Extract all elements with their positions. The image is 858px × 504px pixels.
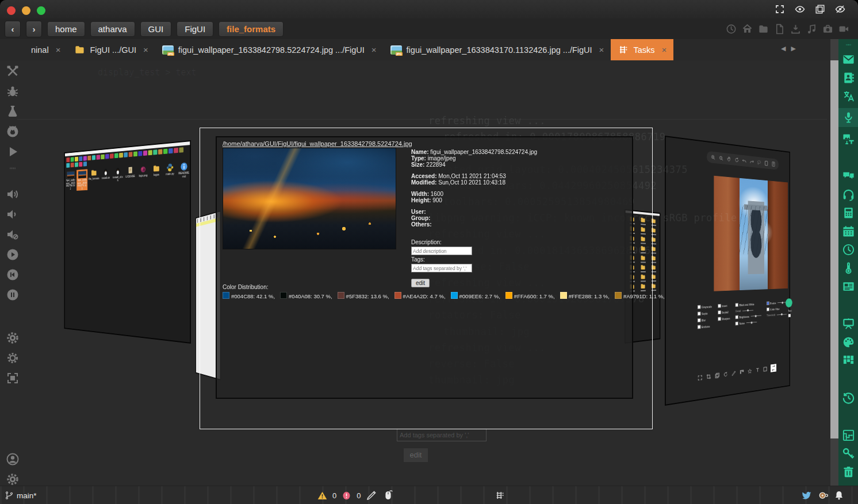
twitter-icon[interactable] <box>802 490 812 501</box>
vol-mute-icon[interactable] <box>6 228 20 241</box>
warning-icon[interactable] <box>317 491 327 501</box>
toolbar-swatch-icon[interactable] <box>66 157 70 162</box>
file-item[interactable]: install_ol.sh <box>112 167 123 182</box>
nav-forward-button[interactable]: › <box>26 21 42 37</box>
circle-prev-icon[interactable] <box>6 268 20 282</box>
blocks-icon[interactable] <box>842 354 855 367</box>
tags-input[interactable] <box>411 264 472 272</box>
easel-icon[interactable] <box>842 317 855 330</box>
close-icon[interactable]: × <box>56 45 61 55</box>
gear-icon[interactable] <box>6 472 20 486</box>
vol-high-icon[interactable] <box>6 187 20 201</box>
mail-icon[interactable] <box>842 53 855 66</box>
fullscreen-icon[interactable] <box>775 4 785 14</box>
toolbar-swatch-icon[interactable] <box>83 156 87 161</box>
breadcrumb-GUI[interactable]: GUI <box>140 21 172 37</box>
github-icon[interactable] <box>6 125 20 138</box>
toolbar-swatch-icon[interactable] <box>148 150 152 155</box>
toolbar-swatch-icon[interactable] <box>110 153 114 159</box>
video-icon[interactable] <box>838 24 849 34</box>
home-icon[interactable] <box>742 24 753 34</box>
play-icon[interactable] <box>6 145 20 159</box>
palette-icon[interactable] <box>842 336 855 349</box>
image-text-icon[interactable] <box>842 132 855 145</box>
window-preview-file-browser[interactable]: figui_wallpaper_1633842798.522figui_wall… <box>64 140 191 344</box>
gear2-icon[interactable] <box>6 351 20 365</box>
toolbar-swatch-icon[interactable] <box>87 156 91 161</box>
toolbar-swatch-icon[interactable] <box>101 155 104 160</box>
windows-icon[interactable] <box>815 4 825 14</box>
vol-low-icon[interactable] <box>6 207 20 221</box>
tab-figui_wallpaper_1633843170.1132426.jpg[interactable]: JPGfigui_wallpaper_1633843170.1132426.jp… <box>384 39 611 60</box>
file-item[interactable]: figui_wallpaper_1633843170.113 <box>76 169 87 190</box>
file-icon[interactable] <box>774 24 785 34</box>
toolbar-swatch-icon[interactable] <box>66 163 70 168</box>
bug-icon[interactable] <box>6 84 20 98</box>
eye-icon[interactable] <box>795 4 805 14</box>
circle-play-icon[interactable] <box>6 248 20 261</box>
translate-icon[interactable] <box>842 90 855 103</box>
chat-icon[interactable] <box>842 170 855 183</box>
tools-icon[interactable] <box>6 64 20 78</box>
toolbar-swatch-icon[interactable] <box>79 162 82 167</box>
toolbar-swatch-icon[interactable] <box>129 152 133 157</box>
close-icon[interactable]: × <box>143 45 148 55</box>
tasks-icon[interactable] <box>495 490 505 501</box>
tab-figui_wallpaper_1633842798.5224724.jpg[interactable]: JPGfigui_wallpaper_1633842798.5224724.jp… <box>155 39 384 60</box>
calculator-icon[interactable] <box>842 206 855 220</box>
circuit-icon[interactable] <box>842 429 855 442</box>
tab-Tasks[interactable]: Tasks× <box>611 39 673 60</box>
toolbar-swatch-icon[interactable] <box>105 154 109 159</box>
file-item[interactable]: install.sh <box>101 167 112 180</box>
breadcrumb-home[interactable]: home <box>47 21 85 37</box>
toolbar-swatch-icon[interactable] <box>75 162 78 167</box>
toolbar-swatch-icon[interactable] <box>179 147 183 153</box>
headset-icon[interactable] <box>842 188 855 201</box>
coffee-icon[interactable] <box>818 490 828 501</box>
toolbar-swatch-icon[interactable] <box>158 149 162 154</box>
tab-FigUI[interactable]: FigUI .../GUI× <box>67 39 155 60</box>
download-icon[interactable] <box>790 24 801 34</box>
file-item[interactable]: README.md <box>178 161 190 178</box>
crop-icon[interactable] <box>6 371 20 385</box>
toolbar-swatch-icon[interactable] <box>163 149 167 154</box>
file-path-link[interactable]: /home/atharva/GUI/FigUI/figui_wallpaper_… <box>223 140 412 147</box>
toolbar-swatch-icon[interactable] <box>97 155 100 160</box>
close-button[interactable] <box>7 6 16 15</box>
toolbar-swatch-icon[interactable] <box>71 157 74 161</box>
toolbar-swatch-icon[interactable] <box>92 155 95 160</box>
calendar-icon[interactable] <box>842 225 855 238</box>
maximize-button[interactable] <box>37 6 45 15</box>
file-item[interactable]: LICENSE <box>125 166 136 178</box>
history-icon[interactable] <box>842 391 855 405</box>
circle-pause-icon[interactable] <box>6 288 20 302</box>
sidebar-active-item[interactable] <box>838 108 858 127</box>
breadcrumb-atharva[interactable]: atharva <box>90 21 135 37</box>
tab-scroll-right[interactable]: ▶ <box>791 45 795 52</box>
newspaper-icon[interactable] <box>842 280 855 293</box>
toolbar-swatch-icon[interactable] <box>124 152 128 157</box>
tab-ninal[interactable]: ninal× <box>24 39 67 60</box>
toolbar-swatch-icon[interactable] <box>79 156 82 161</box>
eye-off-icon[interactable] <box>835 4 845 14</box>
contacts-icon[interactable] <box>842 71 855 84</box>
file-info-panel[interactable]: /home/atharva/GUI/FigUI/figui_wallpaper_… <box>216 136 633 399</box>
user-icon[interactable] <box>6 452 20 466</box>
music-icon[interactable] <box>806 24 817 34</box>
tab-scroll-left[interactable]: ◀ <box>781 45 786 52</box>
minimize-button[interactable] <box>22 6 30 15</box>
flask-icon[interactable] <box>6 105 20 118</box>
toolbar-swatch-icon[interactable] <box>138 151 142 156</box>
file-item[interactable]: logos <box>151 164 163 177</box>
breadcrumb-file_formats[interactable]: file_formats <box>219 21 284 37</box>
clock-icon[interactable] <box>842 243 855 256</box>
toolbar-swatch-icon[interactable] <box>174 148 178 153</box>
camera-icon[interactable] <box>822 24 833 34</box>
toolbar-swatch-icon[interactable] <box>133 151 137 156</box>
grip-icon[interactable] <box>6 165 20 172</box>
key-icon[interactable] <box>842 447 855 460</box>
nav-back-button[interactable]: ‹ <box>5 21 21 37</box>
description-input[interactable] <box>411 247 472 255</box>
file-item[interactable]: main.py <box>164 163 177 176</box>
toolbar-swatch-icon[interactable] <box>83 161 87 166</box>
